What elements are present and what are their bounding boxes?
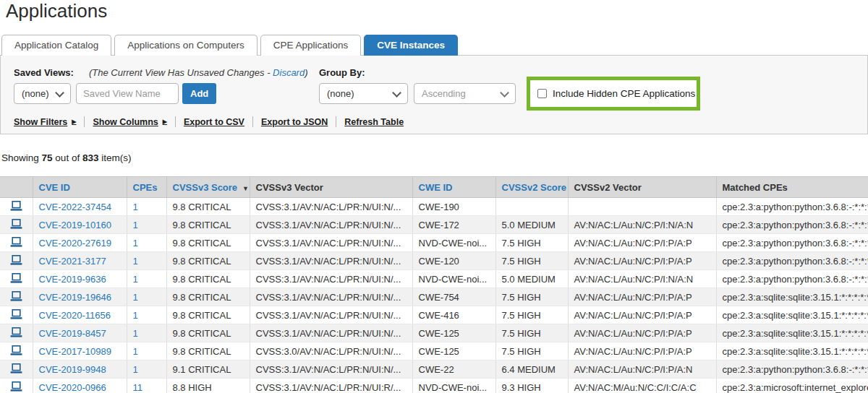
expand-caret-icon: ▶ — [72, 118, 76, 125]
cve-id-link[interactable]: CVE-2020-27619 — [33, 234, 127, 252]
computer-icon[interactable] — [10, 201, 22, 211]
table-row: CVE-2019-1964619.8 CRITICALCVSS:3.1/AV:N… — [0, 288, 868, 306]
table-row: CVE-2017-1098919.8 CRITICALCVSS:3.0/AV:N… — [0, 342, 868, 360]
saved-view-name-input[interactable] — [76, 83, 179, 104]
cvssv3-score-cell: 8.8 HIGH — [166, 379, 250, 393]
cve-id-link[interactable]: CVE-2022-37454 — [33, 198, 127, 216]
cpes-link[interactable]: 1 — [127, 306, 166, 324]
cpes-link[interactable]: 1 — [127, 252, 166, 270]
cpes-link[interactable]: 1 — [127, 216, 166, 234]
items-summary: Showing 75 out of 833 item(s) — [1, 152, 131, 163]
computer-icon-cell[interactable] — [0, 198, 33, 216]
computer-icon[interactable] — [10, 273, 22, 283]
computer-icon-cell[interactable] — [0, 342, 33, 360]
cvssv2-vector-cell: AV:N/AC:L/Au:N/C:P/I:P/A:N — [568, 360, 716, 379]
cvssv2-score-cell: 5.0 MEDIUM — [495, 270, 568, 288]
matched-cpes-cell: cpe:2.3:a:python:python:3.6.8:-:*:*:*:*:… — [716, 252, 868, 270]
cve-id-link[interactable]: CVE-2020-0966 — [33, 379, 127, 393]
cwe-id-cell: NVD-CWE-noi... — [412, 379, 495, 393]
computer-icon[interactable] — [10, 237, 22, 247]
computer-icon-cell[interactable] — [0, 379, 33, 393]
computer-icon-cell[interactable] — [0, 306, 33, 324]
group-by-select[interactable]: (none) — [319, 83, 408, 104]
cvssv2-vector-cell — [568, 198, 716, 216]
cve-id-link[interactable]: CVE-2019-9636 — [33, 270, 127, 288]
cve-id-link[interactable]: CVE-2020-11656 — [33, 306, 127, 324]
computer-icon[interactable] — [10, 327, 22, 337]
tab-cpe-applications[interactable]: CPE Applications — [260, 35, 362, 56]
cvssv3-vector-cell: CVSS:3.1/AV:N/AC:L/PR:N/UI:N/... — [250, 216, 412, 234]
matched-cpes-cell: cpe:2.3:a:sqlite:sqlite:3.15.1:*:*:*:*:*… — [716, 306, 868, 324]
cvssv3-score-header[interactable]: CVSSv3 Score▼ — [166, 177, 250, 198]
group-by-label: Group By: — [319, 67, 365, 78]
cve-id-link[interactable]: CVE-2019-10160 — [33, 216, 127, 234]
cve-id-header[interactable]: CVE ID — [33, 177, 127, 198]
cpes-link[interactable]: 1 — [127, 198, 166, 216]
computer-icon[interactable] — [10, 345, 22, 355]
cwe-id-header[interactable]: CWE ID — [412, 177, 495, 198]
computer-icon[interactable] — [10, 309, 22, 319]
cpes-header[interactable]: CPEs — [127, 177, 166, 198]
export-to-json-link[interactable]: Export to JSON — [261, 117, 328, 127]
cvssv3-vector-header: CVSSv3 Vector — [250, 177, 412, 198]
discard-link[interactable]: Discard — [273, 67, 305, 78]
cwe-id-cell: CWE-172 — [412, 216, 495, 234]
cpes-link[interactable]: 1 — [127, 342, 166, 360]
cvssv2-vector-header: CVSSv2 Vector — [568, 177, 716, 198]
cpes-link[interactable]: 1 — [127, 270, 166, 288]
tab-bar: Application Catalog Applications on Comp… — [1, 35, 458, 56]
icon-column-header — [0, 177, 33, 198]
cve-id-link[interactable]: CVE-2017-10989 — [33, 342, 127, 360]
cvssv3-score-cell: 9.8 CRITICAL — [166, 342, 250, 360]
tab-cve-instances[interactable]: CVE Instances — [364, 35, 458, 56]
cpes-link[interactable]: 1 — [127, 234, 166, 252]
computer-icon-cell[interactable] — [0, 234, 33, 252]
computer-icon-cell[interactable] — [0, 288, 33, 306]
computer-icon[interactable] — [10, 255, 22, 265]
computer-icon[interactable] — [10, 381, 22, 392]
table-row: CVE-2019-845719.8 CRITICALCVSS:3.1/AV:N/… — [0, 324, 868, 342]
refresh-table-link[interactable]: Refresh Table — [344, 117, 404, 127]
show-columns-link[interactable]: Show Columns▶ — [93, 117, 166, 127]
cve-id-link[interactable]: CVE-2021-3177 — [33, 252, 127, 270]
cvssv2-vector-cell: AV:N/AC:M/Au:N/C:C/I:C/A:C — [568, 379, 716, 393]
cvssv2-vector-cell: AV:N/AC:L/Au:N/C:P/I:N/A:N — [568, 270, 716, 288]
cvssv3-score-cell: 9.8 CRITICAL — [166, 306, 250, 324]
cvssv3-score-cell: 9.8 CRITICAL — [166, 216, 250, 234]
computer-icon-cell[interactable] — [0, 360, 33, 379]
cvssv2-vector-cell: AV:N/AC:L/Au:N/C:P/I:P/A:P — [568, 306, 716, 324]
sort-order-select[interactable]: Ascending — [414, 83, 516, 104]
cwe-id-cell: CWE-190 — [412, 198, 495, 216]
tab-application-catalog[interactable]: Application Catalog — [1, 35, 111, 56]
computer-icon[interactable] — [10, 291, 22, 301]
cve-table: CVE IDCPEsCVSSv3 Score▼CVSSv3 VectorCWE … — [0, 176, 868, 393]
matched-cpes-cell: cpe:2.3:a:python:python:3.6.8:-:*:*:*:*:… — [716, 234, 868, 252]
cpes-link[interactable]: 1 — [127, 324, 166, 342]
cwe-id-cell: CWE-416 — [412, 306, 495, 324]
computer-icon-cell[interactable] — [0, 324, 33, 342]
show-filters-link[interactable]: Show Filters▶ — [14, 117, 76, 127]
cvssv2-vector-cell: AV:N/AC:L/Au:N/C:P/I:P/A:P — [568, 234, 716, 252]
add-saved-view-button[interactable]: Add — [182, 83, 216, 104]
computer-icon[interactable] — [10, 363, 22, 373]
cve-id-link[interactable]: CVE-2019-9948 — [33, 360, 127, 379]
tab-applications-on-computers[interactable]: Applications on Computers — [114, 35, 257, 56]
matched-cpes-cell: cpe:2.3:a:python:python:3.6.8:-:*:*:*:*:… — [716, 216, 868, 234]
cvssv3-score-cell: 9.1 CRITICAL — [166, 360, 250, 379]
saved-views-select[interactable]: (none) — [14, 83, 71, 104]
computer-icon-cell[interactable] — [0, 216, 33, 234]
export-to-csv-link[interactable]: Export to CSV — [184, 117, 244, 127]
cvssv2-score-header[interactable]: CVSSv2 Score — [495, 177, 568, 198]
cpes-link[interactable]: 11 — [127, 379, 166, 393]
cpes-link[interactable]: 1 — [127, 360, 166, 379]
cve-id-link[interactable]: CVE-2019-8457 — [33, 324, 127, 342]
computer-icon[interactable] — [10, 219, 22, 229]
cvssv3-score-cell: 9.8 CRITICAL — [166, 270, 250, 288]
include-hidden-checkbox[interactable] — [537, 89, 547, 98]
cpes-link[interactable]: 1 — [127, 288, 166, 306]
unsaved-note-prefix: (The Current View Has Unsaved Changes - — [89, 67, 273, 78]
cvssv3-vector-cell: CVSS:3.1/AV:N/AC:L/PR:N/UI:N/... — [250, 306, 412, 324]
computer-icon-cell[interactable] — [0, 252, 33, 270]
cve-id-link[interactable]: CVE-2019-19646 — [33, 288, 127, 306]
computer-icon-cell[interactable] — [0, 270, 33, 288]
